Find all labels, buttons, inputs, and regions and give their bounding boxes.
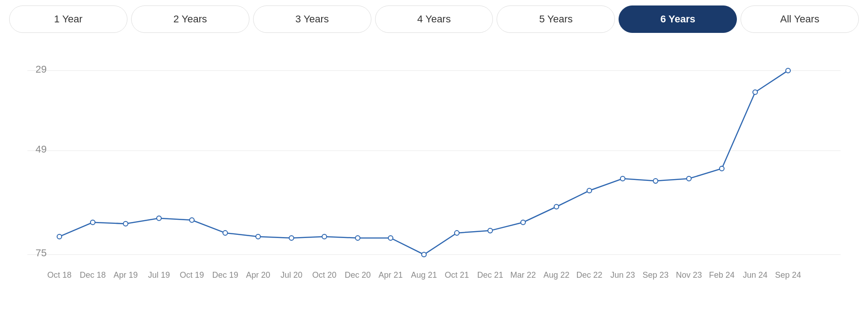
tab-bar: 1 Year 2 Years 3 Years 4 Years 5 Years 6… bbox=[0, 0, 868, 38]
dot-oct19 bbox=[190, 218, 194, 222]
dot-jul20 bbox=[289, 236, 294, 240]
dot-sep23 bbox=[653, 179, 658, 183]
y-label-75: 75 bbox=[36, 247, 47, 259]
x-label-dec18: Dec 18 bbox=[80, 270, 106, 280]
dot-oct21 bbox=[455, 231, 459, 235]
tab-2y[interactable]: 2 Years bbox=[131, 5, 249, 33]
dot-apr19 bbox=[123, 222, 128, 226]
x-label-oct19: Oct 19 bbox=[180, 270, 204, 280]
x-label-jul19: Jul 19 bbox=[148, 270, 170, 280]
dot-oct20 bbox=[322, 234, 327, 239]
x-label-sep23: Sep 23 bbox=[642, 270, 668, 280]
dot-aug21 bbox=[422, 252, 426, 257]
main-container: 1 Year 2 Years 3 Years 4 Years 5 Years 6… bbox=[0, 0, 868, 312]
x-label-dec21: Dec 21 bbox=[477, 270, 503, 280]
tab-all[interactable]: All Years bbox=[741, 5, 859, 33]
tab-5y[interactable]: 5 Years bbox=[497, 5, 615, 33]
x-label-jun23: Jun 23 bbox=[610, 270, 635, 280]
dot-aug22 bbox=[554, 204, 559, 209]
y-label-49: 49 bbox=[36, 143, 47, 155]
tab-4y[interactable]: 4 Years bbox=[375, 5, 493, 33]
dot-dec19 bbox=[223, 231, 228, 235]
dot-dec20 bbox=[355, 236, 360, 240]
dot-dec21 bbox=[488, 228, 492, 233]
x-label-oct18: Oct 18 bbox=[48, 270, 72, 280]
dot-jun24 bbox=[753, 90, 757, 95]
x-label-mar22: Mar 22 bbox=[510, 270, 536, 280]
x-label-feb24: Feb 24 bbox=[709, 270, 735, 280]
x-label-apr20: Apr 20 bbox=[246, 270, 270, 280]
dot-dec18 bbox=[90, 220, 95, 225]
dot-dec22 bbox=[587, 188, 592, 193]
x-label-aug22: Aug 22 bbox=[543, 270, 569, 280]
x-label-jul20: Jul 20 bbox=[281, 270, 302, 280]
dot-apr21 bbox=[388, 236, 393, 240]
dot-jun23 bbox=[620, 176, 625, 181]
y-label-29: 29 bbox=[36, 63, 47, 75]
dot-mar22 bbox=[521, 220, 525, 225]
x-label-dec22: Dec 22 bbox=[577, 270, 603, 280]
dot-jul19 bbox=[157, 216, 161, 221]
tab-6y[interactable]: 6 Years bbox=[619, 5, 737, 33]
chart-svg: 29 49 75 bbox=[27, 43, 841, 305]
x-label-apr19: Apr 19 bbox=[114, 270, 138, 280]
dot-nov23 bbox=[687, 176, 691, 181]
x-label-oct21: Oct 21 bbox=[445, 270, 469, 280]
x-label-dec19: Dec 19 bbox=[212, 270, 238, 280]
dot-feb24 bbox=[720, 166, 724, 171]
x-label-oct20: Oct 20 bbox=[312, 270, 337, 280]
dot-oct18 bbox=[57, 234, 62, 239]
tab-3y[interactable]: 3 Years bbox=[253, 5, 371, 33]
x-label-nov23: Nov 23 bbox=[676, 270, 702, 280]
dot-apr20 bbox=[256, 234, 260, 239]
tab-1y[interactable]: 1 Year bbox=[9, 5, 127, 33]
dot-sep24 bbox=[786, 68, 790, 73]
x-label-jun24: Jun 24 bbox=[743, 270, 767, 280]
chart-area: 29 49 75 bbox=[0, 38, 868, 312]
x-label-apr21: Apr 21 bbox=[379, 270, 403, 280]
x-label-dec20: Dec 20 bbox=[345, 270, 371, 280]
x-label-sep24: Sep 24 bbox=[775, 270, 801, 280]
chart-line bbox=[59, 70, 788, 254]
x-label-aug21: Aug 21 bbox=[411, 270, 437, 280]
